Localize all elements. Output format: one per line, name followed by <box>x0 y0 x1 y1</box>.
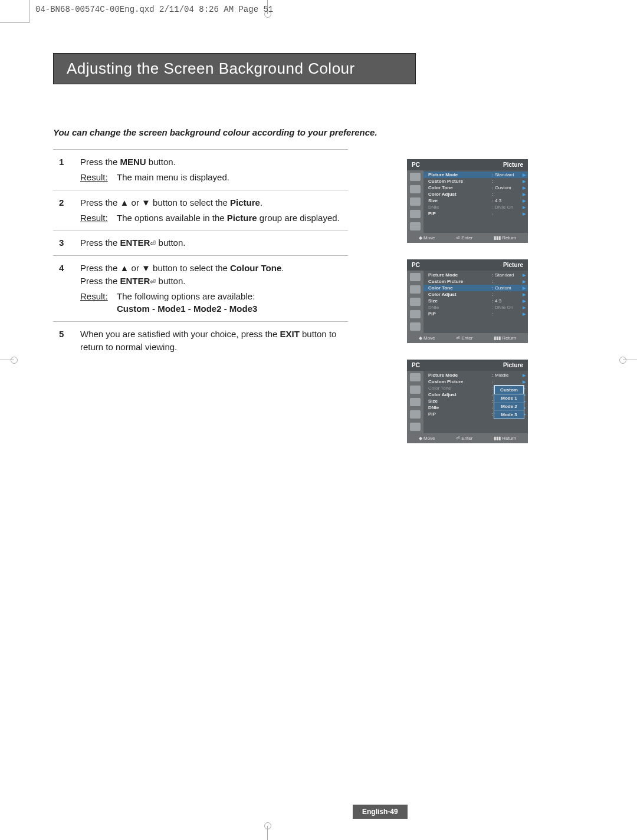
osd-row: Custom Picture:▶ <box>423 278 528 285</box>
osd-row: Custom Picture:▶ <box>423 178 528 185</box>
osd-value: DNIe On <box>495 205 524 210</box>
osd-row: Picture Mode:Middle▶ <box>423 372 528 378</box>
osd-category-icon <box>410 273 421 281</box>
osd-body: Picture Mode:Standard▶Custom Picture:▶Co… <box>407 271 528 333</box>
osd-panel: PCPicturePicture Mode:Standard▶Custom Pi… <box>407 159 528 243</box>
osd-list: Picture Mode:Standard▶Custom Picture:▶Co… <box>423 271 528 333</box>
osd-sep: : <box>490 292 495 297</box>
osd-key: Color Tone <box>428 285 490 291</box>
osd-sep: : <box>490 373 495 378</box>
reg-mark <box>619 357 626 364</box>
result-row: Result:The options available in the Pict… <box>80 212 348 225</box>
osd-source: PC <box>412 162 420 168</box>
chevron-right-icon: ▶ <box>523 212 526 216</box>
osd-key: Color Adjust <box>428 292 490 297</box>
osd-sep: : <box>490 179 495 184</box>
chevron-right-icon: ▶ <box>523 205 526 210</box>
osd-category-icon <box>410 386 421 394</box>
osd-row: DNIe:DNIe On▶ <box>423 204 528 210</box>
osd-key: Color Adjust <box>428 192 490 197</box>
osd-key: PIP <box>428 411 490 417</box>
osd-title: Picture <box>503 362 523 368</box>
chevron-right-icon: ▶ <box>523 380 526 384</box>
osd-key: Custom Picture <box>428 279 490 284</box>
chevron-right-icon: ▶ <box>523 179 526 184</box>
reg-mark <box>11 357 18 364</box>
osd-panel: PCPicturePicture Mode:Middle▶Custom Pict… <box>407 360 528 443</box>
osd-key: Custom Picture <box>428 379 490 384</box>
result-text: The main menu is displayed. <box>117 171 348 184</box>
step-line: Press the ▲ or ▼ button to select the Co… <box>80 262 348 275</box>
osd-hint-enter: ⏎ Enter <box>456 235 472 241</box>
step-number: 2 <box>53 196 80 225</box>
page-number: English-49 <box>353 805 408 819</box>
chevron-right-icon: ▶ <box>523 299 526 304</box>
osd-footer: ◆ Move⏎ Enter▮▮▮ Return <box>407 333 528 342</box>
osd-row: PIP:▶ <box>423 311 528 317</box>
osd-key: PIP <box>428 311 490 317</box>
osd-body: Picture Mode:Middle▶Custom Picture:▶Colo… <box>407 371 528 433</box>
osd-footer: ◆ Move⏎ Enter▮▮▮ Return <box>407 433 528 442</box>
osd-sep: : <box>490 298 495 304</box>
step: 5When you are satisfied with your choice… <box>53 321 348 360</box>
osd-row: DNIe:DNIe On▶ <box>423 304 528 311</box>
osd-category-icon <box>410 310 421 318</box>
osd-category-icon <box>410 210 421 218</box>
osd-key: DNIe <box>428 405 490 410</box>
osd-row: Size:4:3▶ <box>423 298 528 304</box>
step-body: Press the ▲ or ▼ button to select the Co… <box>80 262 348 315</box>
result-row: Result:The following options are availab… <box>80 290 348 303</box>
step-number: 3 <box>53 236 80 249</box>
osd-list: Picture Mode:Standard▶Custom Picture:▶Co… <box>423 170 528 233</box>
osd-hint-enter: ⏎ Enter <box>456 335 472 341</box>
step: 3Press the ENTER⏎ button. <box>53 230 348 255</box>
osd-title: Picture <box>503 262 523 268</box>
osd-key: Picture Mode <box>428 373 490 378</box>
osd-row: Custom Picture:▶ <box>423 378 528 385</box>
osd-key: DNIe <box>428 205 490 210</box>
osd-key: Size <box>428 398 490 404</box>
osd-header: PCPicture <box>407 159 528 170</box>
osd-list: Picture Mode:Middle▶Custom Picture:▶Colo… <box>423 371 528 433</box>
chevron-right-icon: ▶ <box>523 305 526 310</box>
osd-sep: : <box>490 185 495 190</box>
osd-icon-strip <box>407 170 423 233</box>
page-title: Adjusting the Screen Background Colour <box>53 53 416 84</box>
result-label: Result: <box>80 171 117 184</box>
osd-icon-strip <box>407 371 423 433</box>
osd-value: Standard <box>495 172 524 177</box>
osd-value: DNIe On <box>495 305 524 310</box>
osd-key: Color Tone <box>428 386 490 391</box>
osd-key: Picture Mode <box>428 272 490 278</box>
osd-hint-enter: ⏎ Enter <box>456 436 472 441</box>
intro-text: You can change the screen background col… <box>53 127 484 139</box>
osd-icon-strip <box>407 271 423 333</box>
result-options: Custom - Mode1 - Mode2 - Mode3 <box>117 302 348 315</box>
osd-key: Size <box>428 298 490 304</box>
step-body: Press the ▲ or ▼ button to select the Pi… <box>80 196 348 225</box>
osd-row: Color Tone:Custom▶ <box>423 185 528 191</box>
osd-sep: : <box>490 272 495 278</box>
osd-row: PIP:▶ <box>423 210 528 217</box>
osd-category-icon <box>410 398 421 406</box>
osd-sep: : <box>490 305 495 310</box>
osd-category-icon <box>410 285 421 294</box>
osd-body: Picture Mode:Standard▶Custom Picture:▶Co… <box>407 170 528 233</box>
step-line: Press the MENU button. <box>80 156 348 169</box>
osd-value: 4:3 <box>495 198 524 203</box>
osd-panel: PCPicturePicture Mode:Standard▶Custom Pi… <box>407 259 528 343</box>
osd-category-icon <box>410 222 421 230</box>
crop-mark <box>29 0 30 22</box>
osd-category-icon <box>410 423 421 431</box>
result-text: The options available in the Picture gro… <box>117 212 348 225</box>
osd-dropdown-item: Custom <box>494 386 524 394</box>
osd-row: Picture Mode:Standard▶ <box>423 272 528 278</box>
step-line: Press the ▲ or ▼ button to select the Pi… <box>80 196 348 209</box>
chevron-right-icon: ▶ <box>523 173 526 177</box>
file-header: 04-BN68-00574C-00Eng.qxd 2/11/04 8:26 AM… <box>35 5 273 14</box>
osd-footer: ◆ Move⏎ Enter▮▮▮ Return <box>407 233 528 242</box>
osd-hint-return: ▮▮▮ Return <box>494 235 516 241</box>
osd-sep: : <box>490 311 495 317</box>
osd-category-icon <box>410 173 421 181</box>
osd-key: PIP <box>428 211 490 216</box>
